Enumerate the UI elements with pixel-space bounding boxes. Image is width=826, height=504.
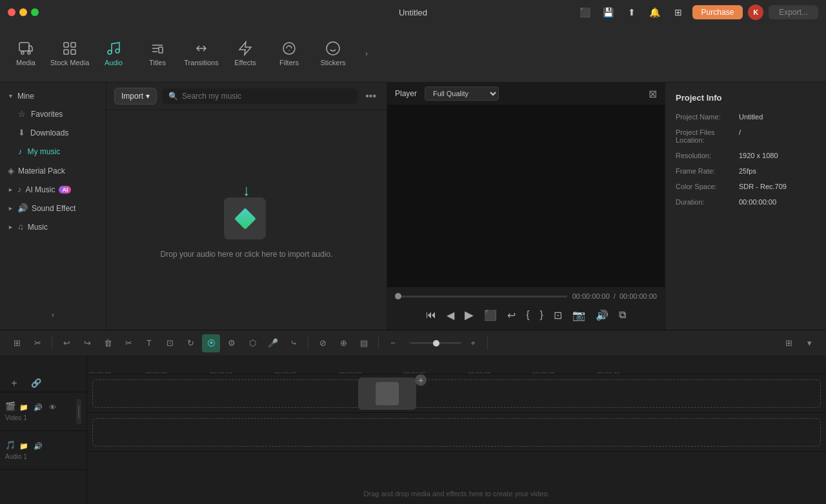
maximize-button[interactable] [31, 8, 39, 16]
add-track-button[interactable]: + [5, 374, 23, 392]
select-tool-button[interactable]: ⊞ [8, 334, 26, 352]
loop-button[interactable]: ↩ [505, 307, 518, 324]
svg-point-2 [28, 52, 30, 54]
drop-zone-illustration: ↓ [221, 181, 272, 239]
toolbar-item-titles[interactable]: Titles [137, 30, 178, 77]
subtitle-button[interactable]: ▤ [355, 334, 373, 352]
sound-effect-label: Sound Effect [32, 204, 76, 213]
audio-track-drop-zone[interactable] [92, 418, 821, 447]
minimize-button[interactable] [19, 8, 27, 16]
sidebar-item-favorites[interactable]: ☆ Favorites [0, 105, 106, 123]
colorspace-value: SDR - Rec.709 [739, 183, 816, 190]
volume-button[interactable]: 🔊 [593, 307, 611, 324]
audio-drop-zone[interactable]: ↓ Drop your audio here or click here to … [106, 110, 387, 330]
sidebar-section-mine-header[interactable]: ▼ Mine [0, 88, 106, 105]
time-separator: / [614, 292, 616, 300]
mark-out-button[interactable]: } [538, 307, 546, 323]
video1-folder-button[interactable]: 📁 [18, 401, 30, 413]
rotate-button[interactable]: ↻ [181, 334, 199, 352]
track-drop-zone[interactable] [92, 379, 821, 408]
sidebar-section-sound-effect: ► 🔊 Sound Effect [0, 199, 106, 217]
video1-eye-button[interactable]: 👁 [46, 401, 58, 413]
sound-effect-chevron-icon: ► [8, 205, 14, 212]
screen-record-icon[interactable]: ⬛ [576, 5, 594, 19]
import-button[interactable]: Import ▾ [114, 88, 157, 105]
zoom-slider[interactable] [410, 342, 461, 344]
split-button[interactable]: ⊘ [314, 334, 332, 352]
timeline-drop-text: Drag and drop media and effects here to … [364, 490, 550, 498]
toolbar-item-stock-media[interactable]: Stock Media [49, 30, 90, 77]
mic-button[interactable]: 🎤 [264, 334, 282, 352]
save-icon[interactable]: 💾 [599, 5, 618, 19]
audio1-folder-button[interactable]: 📁 [18, 440, 30, 452]
zoom-out-button[interactable]: − [384, 334, 402, 352]
notification-icon[interactable]: 🔔 [646, 5, 664, 19]
user-avatar[interactable]: K [748, 5, 763, 20]
more-options-button[interactable]: ••• [363, 88, 379, 105]
svg-rect-0 [19, 43, 29, 51]
ripple-tool-button[interactable]: ✂ [28, 334, 46, 352]
fit-button[interactable]: ⊡ [551, 307, 565, 324]
track-resize-handle[interactable] [76, 399, 81, 425]
sidebar-section-material-pack: ◈ Material Pack [0, 162, 106, 179]
sidebar-item-sound-effect[interactable]: ► 🔊 Sound Effect [0, 199, 106, 217]
overlay-button[interactable]: ⊕ [334, 334, 352, 352]
edit-toolbar: ⊞ ✂ ↩ ↪ 🗑 ✂ T ⊡ ↻ ⦿ ⚙ ⬡ 🎤 ⤷ ⊘ ⊕ ▤ − + ⊞ … [0, 330, 826, 356]
frame-back-button[interactable]: ◀ [444, 307, 457, 324]
video1-speaker-button[interactable]: 🔊 [32, 401, 44, 413]
active-tool-button[interactable]: ⦿ [202, 334, 220, 352]
crop-button[interactable]: ⊡ [161, 334, 179, 352]
toolbar-item-effects[interactable]: Effects [225, 30, 266, 77]
left-panel: ▼ Mine ☆ Favorites ⬇ Downloads ♪ My musi… [0, 83, 387, 330]
export-button[interactable]: Export... [769, 5, 818, 19]
toolbar-more-btn[interactable]: › [359, 46, 374, 61]
play-button[interactable]: ▶ [462, 305, 476, 325]
link-track-button[interactable]: 🔗 [27, 374, 45, 392]
screenshot-button[interactable]: 📷 [570, 307, 588, 324]
ai-music-label: AI Music [25, 185, 55, 194]
purchase-button[interactable]: Purchase [692, 5, 743, 19]
quality-select[interactable]: Full Quality High Quality Medium Quality… [425, 86, 499, 101]
settings-button[interactable]: ⚙ [223, 334, 241, 352]
sidebar-collapse-button[interactable]: ‹ [0, 305, 106, 325]
search-input[interactable] [182, 92, 351, 101]
fullscreen-icon[interactable]: ⊠ [649, 88, 657, 100]
colorspace-label: Color Space: [676, 183, 734, 190]
toolbar-item-filters[interactable]: Filters [268, 30, 310, 77]
svg-rect-5 [64, 50, 68, 54]
sidebar-item-material-pack[interactable]: ◈ Material Pack [0, 162, 106, 179]
toolbar-item-media[interactable]: Media [5, 30, 46, 77]
sidebar-item-music[interactable]: ► ♫ Music [0, 218, 106, 236]
resize-handle-bar [78, 405, 79, 418]
add-clip-button[interactable]: + [415, 374, 427, 386]
stickers-icon [325, 41, 341, 56]
close-button[interactable] [8, 8, 15, 16]
drop-box [224, 197, 266, 239]
mark-in-button[interactable]: { [523, 307, 532, 323]
delete-button[interactable]: 🗑 [99, 334, 117, 352]
sidebar-item-my-music[interactable]: ♪ My music [0, 142, 106, 161]
zoom-in-button[interactable]: + [464, 334, 482, 352]
toolbar-item-transitions[interactable]: Transitions [181, 30, 222, 77]
text-tool-button[interactable]: T [140, 334, 158, 352]
preview-canvas [387, 105, 665, 287]
redo-button[interactable]: ↪ [78, 334, 96, 352]
grid-layout-button[interactable]: ⊞ [780, 334, 798, 352]
undo-button[interactable]: ↩ [57, 334, 76, 352]
toolbar-item-audio[interactable]: Audio [93, 30, 134, 77]
toolbar-item-stickers[interactable]: Stickers [312, 30, 354, 77]
cut-button[interactable]: ✂ [119, 334, 137, 352]
mask-button[interactable]: ⬡ [243, 334, 261, 352]
transform-button[interactable]: ⧉ [616, 307, 629, 323]
skip-back-button[interactable]: ⏮ [423, 307, 439, 323]
scrubber-bar[interactable] [395, 296, 567, 297]
layout-chevron-button[interactable]: ▾ [800, 334, 818, 352]
layout-icon[interactable]: ⊞ [669, 5, 687, 19]
sidebar-item-downloads[interactable]: ⬇ Downloads [0, 123, 106, 142]
tail-button[interactable]: ⤷ [285, 334, 303, 352]
video-clip[interactable] [358, 378, 416, 410]
sidebar-item-ai-music[interactable]: ► ♪ AI Music AI [0, 181, 106, 198]
audio1-speaker-button[interactable]: 🔊 [32, 440, 44, 452]
upload-icon[interactable]: ⬆ [623, 5, 641, 19]
stop-button[interactable]: ⬛ [481, 307, 499, 324]
